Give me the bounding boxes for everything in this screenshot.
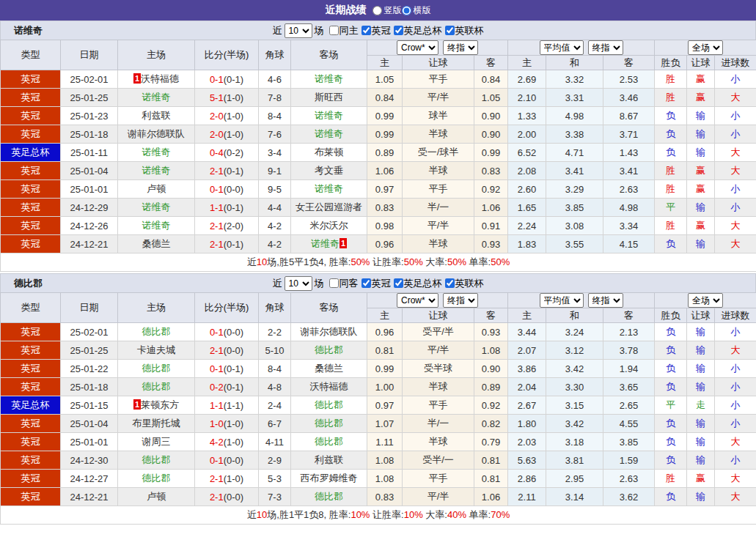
derby-results-table: 类型 日期 主场 比分(半场) 角球 客场 Crow*终指 平均值终指 全场 主… [0,292,756,525]
avg-home-odds-cell: 1.33 [508,107,546,125]
match-row: 英足总杯25-01-151莱顿东方1-1(1-1)2-4德比郡0.97平手0.9… [1,396,756,415]
halftime-score: (0-2) [224,147,243,158]
layout-radio-horizontal[interactable]: 横版 [402,4,431,17]
away-team-cell: 女王公园巡游者 [291,199,367,217]
filter-checkbox-input[interactable] [445,278,455,288]
away-team-cell: 诺维奇1 [291,235,367,253]
score-cell: 2-1(0-1) [195,162,259,180]
filter-checkbox-英冠[interactable]: 英冠 [362,277,391,290]
home-team-cell: 诺维奇 [118,89,195,107]
match-row: 英冠24-12-21卢顿2-1(0-0)7-3德比郡0.83平/半1.062.1… [1,488,756,506]
filter-checkbox-英联杯[interactable]: 英联杯 [445,277,484,290]
team-name: 卢顿 [147,183,166,194]
handicap-result-cell: 输 [687,433,715,451]
competition-type-cell: 英冠 [1,433,61,451]
filter-checkbox-input[interactable] [362,26,371,35]
handicap-line-cell: 半/一 [403,415,474,433]
filter-checkbox-英冠[interactable]: 英冠 [362,24,391,37]
team-name: 诺维奇 [142,201,171,212]
avg-home-odds-cell: 2.03 [508,433,546,451]
match-count-select[interactable]: 10 [285,23,312,38]
handicap-result-cell: 输 [687,125,715,144]
average-select[interactable]: 平均值 [540,293,584,308]
filter-checkbox-英足总杯[interactable]: 英足总杯 [394,24,442,37]
filter-checkbox-同主[interactable]: 同主 [329,24,359,37]
home-team-cell: 德比郡 [118,451,195,470]
handicap-result-cell: 输 [687,360,715,378]
filter-checkbox-input[interactable] [329,278,339,288]
col-result-handicap: 让球 [687,56,715,70]
winlose-result-cell: 负 [655,415,687,433]
avg-draw-odds-cell: 3.55 [546,235,603,253]
final-odds-select[interactable]: 终指 [443,40,478,55]
layout-radio-input[interactable] [402,6,411,15]
filter-checkbox-input[interactable] [394,278,403,288]
filter-checkbox-同客[interactable]: 同客 [329,277,359,290]
fulltime-select[interactable]: 全场 [688,293,723,308]
handicap-line-cell: 平/半 [403,488,474,506]
col-odds-home: 主 [367,308,403,323]
match-count-select[interactable]: 10 [285,276,312,291]
avg-away-odds-cell: 3.85 [603,433,655,451]
handicap-away-odds-cell: 1.06 [474,488,508,506]
summary-label: 让胜率: [370,509,403,520]
filter-checkbox-input[interactable] [362,278,371,288]
layout-radio-input[interactable] [373,6,382,15]
match-row: 英冠25-01-25卡迪夫城2-1(0-0)5-10德比郡0.81平/半1.08… [1,341,756,360]
winlose-result-cell: 负 [655,235,687,253]
match-row: 英冠25-01-18德比郡0-2(0-1)4-8沃特福德1.00半球0.892.… [1,378,756,396]
match-row: 英冠25-01-25诺维奇5-1(1-0)7-8斯旺西0.84平/半1.052.… [1,89,756,107]
summary-value: 50% [351,256,370,267]
score-cell: 2-1(2-0) [195,217,259,235]
avg-draw-odds-cell: 4.98 [546,107,603,125]
home-team-cell: 德比郡 [118,360,195,378]
col-odds-handicap: 让球 [403,308,474,323]
fulltime-select[interactable]: 全场 [688,40,723,55]
competition-type-cell: 英冠 [1,162,61,180]
layout-radio-vertical[interactable]: 竖版 [373,4,402,17]
summary-label: 单率: [466,256,491,267]
handicap-home-odds-cell: 0.97 [367,396,403,415]
avg-draw-odds-cell: 3.12 [546,341,603,360]
away-team-cell: 诺维奇 [291,107,367,125]
final-odds-select-2[interactable]: 终指 [588,40,623,55]
date-cell: 24-12-29 [61,199,118,217]
final-odds-select-2[interactable]: 终指 [588,293,623,308]
red-card-badge: 1 [340,238,347,248]
away-team-cell: 诺维奇 [291,125,367,144]
handicap-away-odds-cell: 0.93 [474,323,508,341]
competition-type-cell: 英冠 [1,89,61,107]
competition-type-cell: 英冠 [1,323,61,341]
final-odds-select[interactable]: 终指 [443,293,478,308]
handicap-line-cell: 平/半 [403,89,474,107]
competition-type-cell: 英足总杯 [1,396,61,415]
handicap-away-odds-cell: 0.92 [474,396,508,415]
filter-checkbox-label: 英冠 [372,24,391,37]
winlose-result-cell: 负 [655,341,687,360]
bookmaker-select[interactable]: Crow* [397,293,438,308]
filter-checkbox-英联杯[interactable]: 英联杯 [445,24,484,37]
avg-away-odds-cell: 2.65 [603,396,655,415]
corner-cell: 4-2 [259,235,291,253]
winlose-result-cell: 负 [655,107,687,125]
avg-home-odds-cell: 2.08 [508,162,546,180]
away-team-cell: 德比郡 [291,488,367,506]
handicap-home-odds-cell: 0.96 [367,235,403,253]
team-name: 诺维奇 [315,110,343,121]
bookmaker-select[interactable]: Crow* [397,40,438,55]
filter-checkbox-input[interactable] [394,26,403,35]
unit-label: 场 [315,277,324,290]
summary-value: 50% [447,256,466,267]
team-name: 德比郡 [142,473,171,484]
filter-checkbox-input[interactable] [329,26,339,35]
team-name: 考文垂 [315,165,343,176]
handicap-home-odds-cell: 0.98 [367,217,403,235]
average-select[interactable]: 平均值 [540,40,584,55]
summary-value: 50% [491,256,510,267]
filter-checkbox-input[interactable] [445,26,455,35]
col-date: 日期 [61,293,118,323]
col-corner: 角球 [259,293,291,323]
competition-type-cell: 英冠 [1,378,61,396]
filter-checkbox-英足总杯[interactable]: 英足总杯 [394,277,442,290]
col-odds-home: 主 [367,56,403,70]
